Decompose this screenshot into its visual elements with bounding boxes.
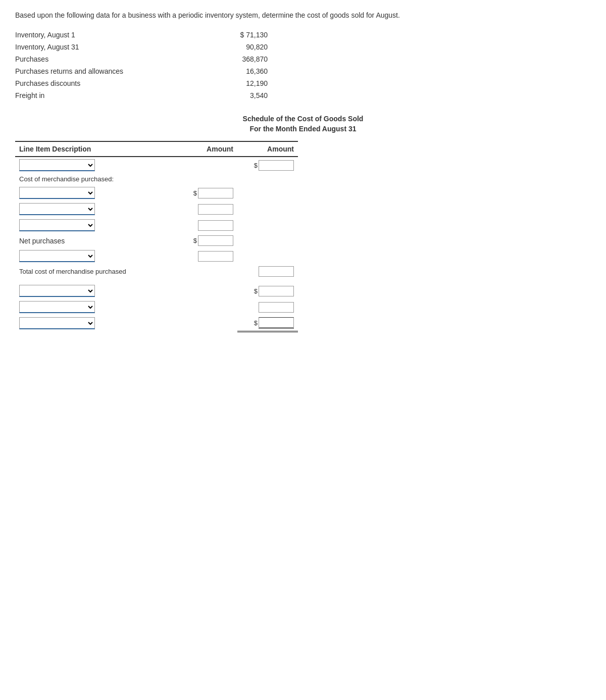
amount2-cell-4 — [237, 217, 298, 233]
amount1-input-4[interactable] — [198, 220, 233, 231]
col-header-amount1: Amount — [177, 141, 237, 157]
freight-in-label: Freight in — [15, 91, 207, 99]
table-row — [15, 299, 298, 315]
dropdown-cell-1 — [15, 157, 177, 173]
amount2-cell-7 — [237, 299, 298, 315]
dropdown-cell-4 — [15, 217, 177, 233]
purchases-discounts-label: Purchases discounts — [15, 79, 207, 87]
dropdown-cell-6 — [15, 283, 177, 299]
table-row: $ — [15, 157, 298, 173]
table-row — [15, 248, 298, 264]
col-header-amount2: Amount — [237, 141, 298, 157]
line-item-select-2[interactable] — [19, 187, 95, 199]
inventory-aug31-value: 90,820 — [207, 43, 268, 51]
table-row: $ — [15, 283, 298, 299]
dollar-sign: $ — [254, 162, 258, 169]
inventory-aug1-value: $ 71,130 — [207, 31, 268, 39]
amount2-cell-3 — [237, 201, 298, 217]
data-row: Purchases 368,870 — [15, 55, 591, 63]
data-row: Inventory, August 1 $ 71,130 — [15, 31, 591, 39]
schedule-table: Line Item Description Amount Amount $ — [15, 141, 298, 332]
amount1-cell-total — [177, 264, 237, 279]
data-row: Purchases returns and allowances 16,360 — [15, 67, 591, 75]
purchases-returns-value: 16,360 — [207, 67, 268, 75]
dropdown-cell-2 — [15, 185, 177, 201]
purchases-returns-label: Purchases returns and allowances — [15, 67, 207, 75]
amount1-cell-net: $ — [177, 233, 237, 248]
line-item-select-8[interactable] — [19, 317, 95, 329]
table-row: Total cost of merchandise purchased — [15, 264, 298, 279]
data-row: Freight in 3,540 — [15, 91, 591, 99]
amount2-cell-8: $ — [237, 315, 298, 332]
amount2-input-8[interactable] — [259, 317, 294, 329]
schedule-title: Schedule of the Cost of Goods Sold — [15, 115, 591, 123]
freight-in-value: 3,540 — [207, 91, 268, 99]
schedule-subtitle: For the Month Ended August 31 — [15, 125, 591, 133]
purchases-label: Purchases — [15, 55, 207, 63]
dollar-sign: $ — [254, 287, 258, 295]
purchases-discounts-value: 12,190 — [207, 79, 268, 87]
amount2-cell-net — [237, 233, 298, 248]
data-row: Purchases discounts 12,190 — [15, 79, 591, 87]
total-cost-label-cell: Total cost of merchandise purchased — [15, 264, 177, 279]
dollar-sign: $ — [193, 237, 197, 244]
schedule-container: Schedule of the Cost of Goods Sold For t… — [15, 115, 591, 332]
amount2-cell-6: $ — [237, 283, 298, 299]
table-row — [15, 201, 298, 217]
dropdown-cell-7 — [15, 299, 177, 315]
net-purchases-label-cell: Net purchases — [15, 233, 177, 248]
table-row: $ — [15, 185, 298, 201]
inventory-aug1-label: Inventory, August 1 — [15, 31, 207, 39]
amount2-input-6[interactable] — [259, 286, 294, 296]
cost-of-merch-label: Cost of merchandise purchased: — [15, 173, 298, 185]
net-purchases-label: Net purchases — [19, 237, 65, 245]
line-item-select-4[interactable] — [19, 219, 95, 231]
amount1-cell-3 — [177, 201, 237, 217]
dollar-sign: $ — [254, 319, 258, 327]
amount1-cell-4 — [177, 217, 237, 233]
amount2-cell-2 — [237, 185, 298, 201]
amount2-input-total[interactable] — [259, 266, 294, 277]
amount2-cell-1: $ — [237, 157, 298, 173]
dollar-sign: $ — [193, 189, 197, 197]
line-item-select-3[interactable] — [19, 203, 95, 215]
line-item-select-7[interactable] — [19, 301, 95, 313]
inventory-aug31-label: Inventory, August 31 — [15, 43, 207, 51]
dropdown-cell-8 — [15, 315, 177, 332]
line-item-select-5[interactable] — [19, 250, 95, 262]
purchases-value: 368,870 — [207, 55, 268, 63]
table-row — [15, 279, 298, 283]
line-item-select-1[interactable] — [19, 159, 95, 171]
intro-text: Based upon the following data for a busi… — [15, 10, 591, 21]
amount1-input-net[interactable] — [198, 235, 233, 246]
dropdown-cell-3 — [15, 201, 177, 217]
amount1-cell-7 — [177, 299, 237, 315]
amount1-input-2[interactable] — [198, 188, 233, 198]
amount1-cell-1 — [177, 157, 237, 173]
dropdown-cell-5 — [15, 248, 177, 264]
amount1-cell-2: $ — [177, 185, 237, 201]
table-row — [15, 217, 298, 233]
amount2-cell-total — [237, 264, 298, 279]
line-item-select-6[interactable] — [19, 285, 95, 297]
col-header-description: Line Item Description — [15, 141, 177, 157]
amount2-input-7[interactable] — [259, 302, 294, 313]
data-table: Inventory, August 1 $ 71,130 Inventory, … — [15, 31, 591, 99]
amount2-cell-5 — [237, 248, 298, 264]
amount1-input-5[interactable] — [198, 251, 233, 262]
data-row: Inventory, August 31 90,820 — [15, 43, 591, 51]
amount1-cell-8 — [177, 315, 237, 332]
table-row: Cost of merchandise purchased: — [15, 173, 298, 185]
amount1-cell-6 — [177, 283, 237, 299]
table-row: Net purchases $ — [15, 233, 298, 248]
table-row: $ — [15, 315, 298, 332]
amount1-input-3[interactable] — [198, 204, 233, 215]
amount2-input-1[interactable] — [259, 160, 294, 171]
amount1-cell-5 — [177, 248, 237, 264]
